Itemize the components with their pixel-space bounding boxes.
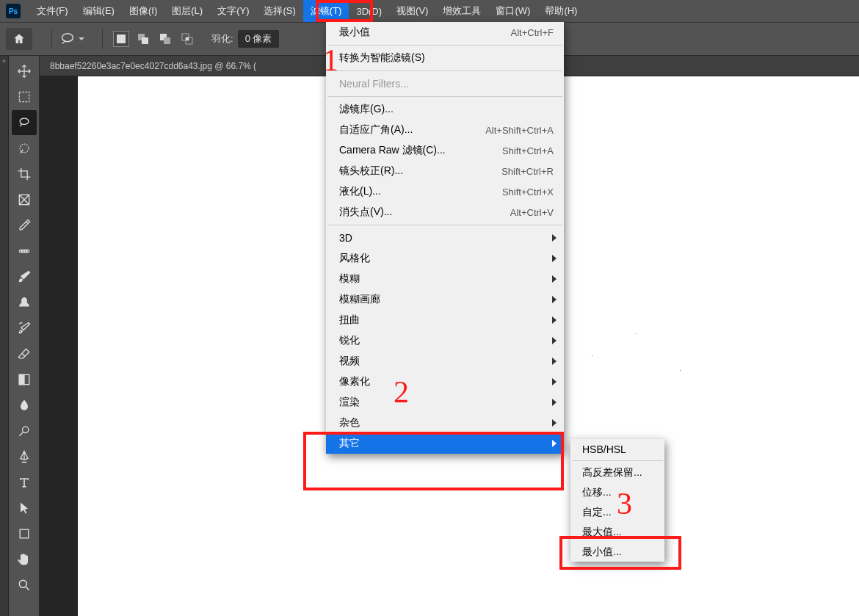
pen-tool[interactable]: [12, 444, 37, 469]
menu-3d-submenu[interactable]: 3D: [326, 228, 564, 248]
submenu-minimum[interactable]: 最小值...: [570, 542, 664, 562]
menu-neural-filters[interactable]: Neural Filters...: [326, 73, 564, 94]
menu-shortcut: Shift+Ctrl+X: [502, 186, 554, 198]
menu-adaptive-wide-angle[interactable]: 自适应广角(A)...Alt+Shift+Ctrl+A: [326, 120, 564, 140]
path-selection-tool[interactable]: [12, 496, 37, 521]
divider: [102, 29, 103, 49]
menu-item-label: 视频: [339, 355, 360, 368]
menu-liquify[interactable]: 液化(L)...Shift+Ctrl+X: [326, 181, 564, 202]
eraser-tool[interactable]: [12, 341, 37, 366]
menu-item-label: 模糊: [339, 272, 360, 286]
frame-tool[interactable]: [12, 187, 37, 212]
menu-shortcut: Alt+Shift+Ctrl+A: [485, 125, 554, 136]
menu-other-submenu[interactable]: 其它: [326, 433, 564, 454]
menu-sharpen-submenu[interactable]: 锐化: [326, 330, 564, 351]
type-tool[interactable]: [12, 470, 37, 495]
menu-item-label: 锐化: [339, 334, 360, 347]
zoom-tool[interactable]: [12, 573, 37, 598]
submenu-caret-icon: [552, 337, 557, 344]
menu-separator: [327, 70, 562, 71]
menu-layer[interactable]: 图层(L): [164, 0, 210, 22]
panel-collapse-strip[interactable]: »: [0, 56, 9, 616]
svg-point-21: [19, 580, 26, 587]
menu-noise-submenu[interactable]: 杂色: [326, 413, 564, 433]
menu-shortcut: Shift+Ctrl+R: [501, 166, 554, 177]
selection-subtract-icon[interactable]: [157, 31, 173, 47]
history-brush-tool[interactable]: [12, 316, 37, 341]
submenu-high-pass[interactable]: 高反差保留...: [570, 463, 664, 482]
menu-item-label: 模糊画廊: [339, 293, 380, 306]
menu-select[interactable]: 选择(S): [256, 0, 302, 22]
gradient-tool[interactable]: [12, 367, 37, 392]
menu-lens-correction[interactable]: 镜头校正(R)...Shift+Ctrl+R: [326, 161, 564, 181]
menu-separator: [572, 460, 663, 461]
move-tool[interactable]: [12, 59, 37, 84]
svg-rect-18: [19, 374, 24, 384]
menu-view[interactable]: 视图(V): [389, 0, 435, 22]
menu-last-filter[interactable]: 最小值 Alt+Ctrl+F: [326, 22, 564, 43]
menu-edit[interactable]: 编辑(E): [76, 0, 122, 22]
menubar: Ps 文件(F) 编辑(E) 图像(I) 图层(L) 文字(Y) 选择(S) 滤…: [0, 0, 859, 22]
menu-shortcut: Shift+Ctrl+A: [502, 145, 554, 156]
menu-item-label: 自适应广角(A)...: [339, 123, 413, 137]
selection-new-icon[interactable]: [113, 31, 129, 47]
submenu-hsb-hsl[interactable]: HSB/HSL: [570, 439, 664, 459]
svg-point-0: [62, 34, 73, 42]
home-button[interactable]: [6, 28, 32, 50]
menu-separator: [327, 96, 562, 97]
brush-tool[interactable]: [12, 264, 37, 289]
menu-render-submenu[interactable]: 渲染: [326, 392, 564, 413]
feather-input[interactable]: 0 像素: [238, 30, 280, 48]
menu-help[interactable]: 帮助(H): [537, 0, 584, 22]
menu-item-label: 滤镜库(G)...: [339, 103, 394, 116]
submenu-custom[interactable]: 自定...: [570, 502, 664, 522]
submenu-maximum[interactable]: 最大值...: [570, 522, 664, 542]
menu-camera-raw-filter[interactable]: Camera Raw 滤镜(C)...Shift+Ctrl+A: [326, 140, 564, 161]
tool-preset-dropdown[interactable]: [79, 37, 84, 40]
submenu-offset[interactable]: 位移...: [570, 482, 664, 502]
dodge-tool[interactable]: [12, 418, 37, 443]
menu-item-label: Camera Raw 滤镜(C)...: [339, 144, 446, 157]
svg-point-10: [20, 118, 29, 124]
menu-vanishing-point[interactable]: 消失点(V)...Alt+Ctrl+V: [326, 202, 564, 222]
submenu-caret-icon: [552, 419, 557, 427]
other-submenu: HSB/HSL 高反差保留... 位移... 自定... 最大值... 最小值.…: [570, 439, 664, 562]
menu-video-submenu[interactable]: 视频: [326, 351, 564, 372]
marquee-tool[interactable]: [12, 84, 37, 109]
menu-filter[interactable]: 滤镜(T): [303, 0, 349, 22]
menu-blur-submenu[interactable]: 模糊: [326, 269, 564, 289]
quick-selection-tool[interactable]: [12, 136, 37, 161]
menu-window[interactable]: 窗口(W): [488, 0, 537, 22]
eyedropper-tool[interactable]: [12, 213, 37, 238]
home-icon: [12, 32, 26, 46]
menu-pixelate-submenu[interactable]: 像素化: [326, 372, 564, 392]
menu-type[interactable]: 文字(Y): [210, 0, 256, 22]
menu-stylize-submenu[interactable]: 风格化: [326, 248, 564, 269]
menu-3d[interactable]: 3D(D): [349, 0, 389, 22]
menu-blur-gallery-submenu[interactable]: 模糊画廊: [326, 289, 564, 310]
blur-tool[interactable]: [12, 393, 37, 418]
healing-brush-tool[interactable]: [12, 239, 37, 264]
menu-convert-smart-filter[interactable]: 转换为智能滤镜(S): [326, 48, 564, 68]
submenu-caret-icon: [552, 275, 557, 283]
lasso-icon: [59, 31, 76, 47]
menu-item-label: 液化(L)...: [339, 185, 381, 198]
selection-intersect-icon[interactable]: [179, 31, 195, 47]
svg-rect-20: [20, 529, 29, 538]
crop-tool[interactable]: [12, 162, 37, 186]
svg-point-16: [26, 250, 27, 252]
submenu-caret-icon: [552, 255, 557, 262]
menu-filter-gallery[interactable]: 滤镜库(G)...: [326, 99, 564, 120]
divider: [51, 29, 52, 49]
menu-image[interactable]: 图像(I): [122, 0, 164, 22]
selection-add-icon[interactable]: [135, 31, 151, 47]
lasso-tool[interactable]: [12, 110, 37, 135]
svg-rect-5: [164, 37, 170, 44]
menu-plugins[interactable]: 增效工具: [435, 0, 488, 22]
shape-tool[interactable]: [12, 521, 37, 546]
menu-item-label: 风格化: [339, 252, 370, 265]
menu-file[interactable]: 文件(F): [29, 0, 76, 22]
menu-distort-submenu[interactable]: 扭曲: [326, 310, 564, 330]
hand-tool[interactable]: [12, 547, 37, 572]
clone-stamp-tool[interactable]: [12, 290, 37, 315]
